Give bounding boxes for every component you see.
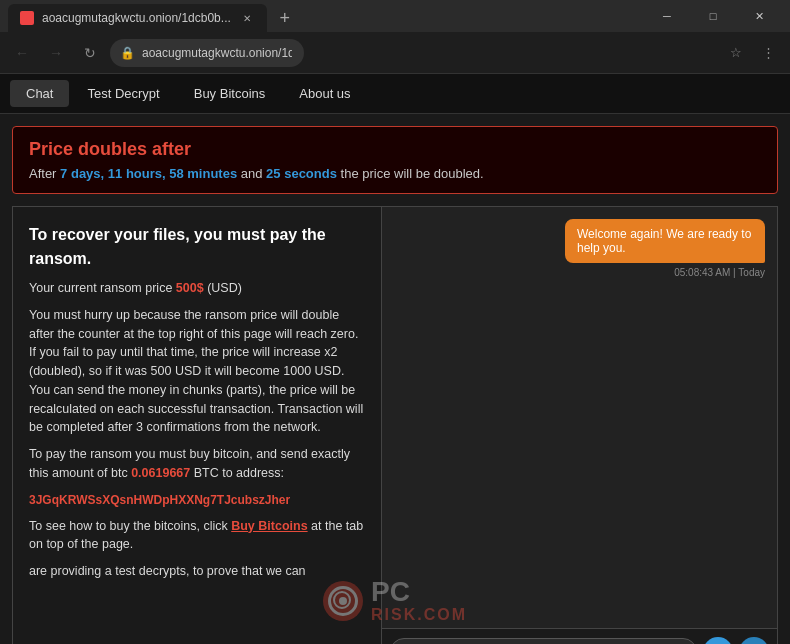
- tab-bar: aoacugmutagkwctu.onion/1dcb0b... ✕ +: [8, 0, 299, 32]
- nav-tab-test-decrypt[interactable]: Test Decrypt: [71, 80, 175, 107]
- address-wrap: 🔒: [110, 39, 716, 67]
- chat-message-input[interactable]: [390, 638, 697, 644]
- btc-amount: 0.0619667: [131, 466, 190, 480]
- price-banner-title: Price doubles after: [29, 139, 761, 160]
- nav-tab-buy-bitcoins[interactable]: Buy Bitcoins: [178, 80, 282, 107]
- new-tab-button[interactable]: +: [271, 4, 299, 32]
- address-input[interactable]: [110, 39, 304, 67]
- body3-before: To see how to buy the bitcoins, click: [29, 519, 228, 533]
- desc-after: the price will be doubled.: [341, 166, 484, 181]
- send-message-button[interactable]: ✈: [739, 637, 769, 644]
- address-lock-icon: 🔒: [120, 46, 135, 60]
- tab-title: aoacugmutagkwctu.onion/1dcb0b...: [42, 11, 231, 25]
- ransom-body: Your current ransom price 500$ (USD) You…: [29, 279, 365, 581]
- chat-panel: Welcome again! We are ready to help you.…: [382, 206, 778, 644]
- ransom-price-line: Your current ransom price 500$ (USD): [29, 279, 365, 298]
- browser-titlebar: aoacugmutagkwctu.onion/1dcb0b... ✕ + ─ □…: [0, 0, 790, 32]
- desc-before: After: [29, 166, 56, 181]
- btc-address: 3JGqKRWSsXQsnHWDpHXXNg7TJcubszJher: [29, 491, 365, 509]
- chat-timestamp: 05:08:43 AM | Today: [674, 267, 765, 278]
- ransom-body-4: are providing a test decrypts, to prove …: [29, 562, 365, 581]
- countdown-days: 7 days,: [60, 166, 104, 181]
- attach-file-button[interactable]: 📎: [703, 637, 733, 644]
- close-window-button[interactable]: ✕: [736, 0, 782, 32]
- chat-bubble-text: Welcome again! We are ready to help you.: [565, 219, 765, 263]
- ransom-price-value: 500$: [176, 281, 204, 295]
- ransom-body-2: To pay the ransom you must buy bitcoin, …: [29, 445, 365, 483]
- desc-and: and: [241, 166, 263, 181]
- chat-messages: Welcome again! We are ready to help you.…: [382, 207, 777, 628]
- countdown-hours: 11 hours,: [108, 166, 166, 181]
- page-content: Chat Test Decrypt Buy Bitcoins About us …: [0, 74, 790, 644]
- price-banner-description: After 7 days, 11 hours, 58 minutes and 2…: [29, 166, 761, 181]
- buy-bitcoins-link[interactable]: Buy Bitcoins: [231, 519, 307, 533]
- minimize-button[interactable]: ─: [644, 0, 690, 32]
- btc-unit: BTC to address:: [194, 466, 284, 480]
- ransom-price-label: Your current ransom price: [29, 281, 172, 295]
- countdown-seconds: 25 seconds: [266, 166, 337, 181]
- maximize-button[interactable]: □: [690, 0, 736, 32]
- price-doubles-banner: Price doubles after After 7 days, 11 hou…: [12, 126, 778, 194]
- bookmark-icon[interactable]: ☆: [722, 39, 750, 67]
- ransom-body-1: You must hurry up because the ransom pri…: [29, 306, 365, 437]
- forward-button[interactable]: →: [42, 39, 70, 67]
- ransom-body2-text: To pay the ransom you must buy bitcoin, …: [29, 447, 350, 480]
- address-bar: ← → ↻ 🔒 ☆ ⋮: [0, 32, 790, 74]
- main-content: To recover your files, you must pay the …: [12, 206, 778, 644]
- nav-tab-about-us[interactable]: About us: [283, 80, 366, 107]
- tab-close-button[interactable]: ✕: [239, 10, 255, 26]
- chat-message-1: Welcome again! We are ready to help you.…: [394, 219, 765, 278]
- site-navigation: Chat Test Decrypt Buy Bitcoins About us: [0, 74, 790, 114]
- countdown-minutes: 58 minutes: [169, 166, 237, 181]
- more-options-icon[interactable]: ⋮: [754, 39, 782, 67]
- nav-tab-chat[interactable]: Chat: [10, 80, 69, 107]
- active-tab[interactable]: aoacugmutagkwctu.onion/1dcb0b... ✕: [8, 4, 267, 32]
- address-right-icons: ☆ ⋮: [722, 39, 782, 67]
- ransom-info-panel: To recover your files, you must pay the …: [12, 206, 382, 644]
- ransom-body-3: To see how to buy the bitcoins, click Bu…: [29, 517, 365, 555]
- refresh-button[interactable]: ↻: [76, 39, 104, 67]
- ransom-currency: (USD): [207, 281, 242, 295]
- chat-input-area: 📎 ✈: [382, 628, 777, 644]
- tab-favicon: [20, 11, 34, 25]
- back-button[interactable]: ←: [8, 39, 36, 67]
- ransom-title: To recover your files, you must pay the …: [29, 223, 365, 271]
- window-controls: ─ □ ✕: [644, 0, 782, 32]
